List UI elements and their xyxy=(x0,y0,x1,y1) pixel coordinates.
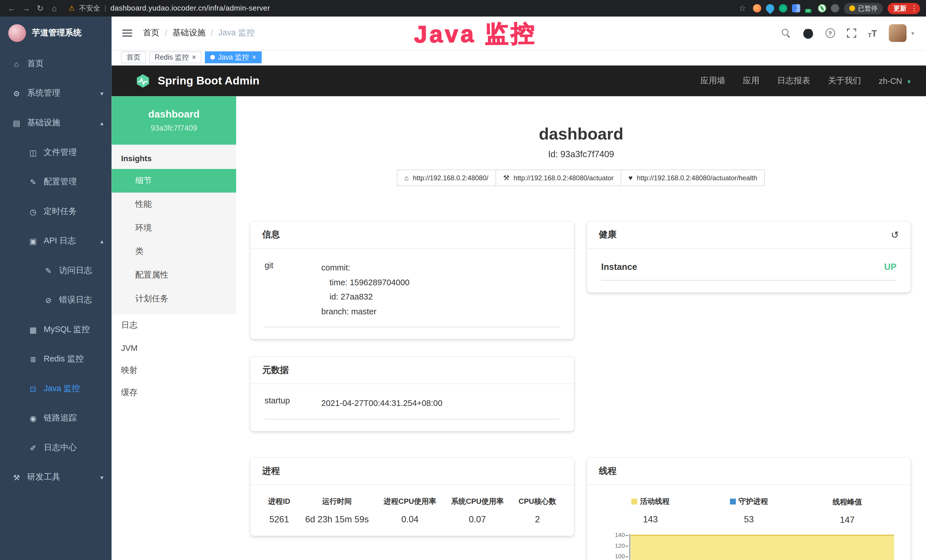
breadcrumb: 首页 / 基础设施 / Java 监控 xyxy=(143,28,255,38)
sidebar-item-infrastructure[interactable]: ▤ 基础设施 ▴ xyxy=(0,108,112,138)
chevron-down-icon: ▾ xyxy=(908,78,911,85)
forward-icon[interactable]: → xyxy=(20,3,32,13)
sidebar-item-java-monitor[interactable]: ⊡ Java 监控 xyxy=(0,374,112,404)
paused-badge[interactable]: 已暂停 xyxy=(844,3,883,14)
system-cpu: 系统CPU使用率 0.07 xyxy=(451,496,504,524)
sba-item-performance[interactable]: 性能 xyxy=(112,192,236,216)
health-url-link[interactable]: ♥ http://192.168.0.2:48080/actuator/heal… xyxy=(621,170,765,186)
url-text[interactable]: dashboard.yudao.iocoder.cn/infra/admin-s… xyxy=(110,4,270,12)
security-label[interactable]: 不安全 xyxy=(79,3,100,13)
search-icon[interactable] xyxy=(782,29,791,37)
extension-fox-icon[interactable] xyxy=(753,4,761,12)
sidebar-item-dev-tools[interactable]: ⚒ 研发工具 ▾ xyxy=(0,462,112,492)
blue-swatch-icon xyxy=(729,499,735,505)
history-icon[interactable]: ↺ xyxy=(891,229,899,240)
extension-dark-icon[interactable] xyxy=(831,4,839,12)
stat-value: 5261 xyxy=(268,514,291,524)
tab-label: Java 监控 xyxy=(218,52,249,62)
chevron-down-icon[interactable]: ▾ xyxy=(911,30,914,36)
sidebar-item-error-logs[interactable]: ⊘ 错误日志 xyxy=(0,285,112,315)
sidebar-item-config-management[interactable]: ✎ 配置管理 xyxy=(0,167,112,197)
font-size-icon[interactable]: T T xyxy=(868,28,877,38)
extension-on-badge-icon[interactable] xyxy=(805,4,813,12)
fullscreen-icon[interactable] xyxy=(847,28,856,38)
tab-redis-monitor[interactable]: Redis 监控 × xyxy=(150,51,201,63)
sidebar-item-log-center[interactable]: ✐ 日志中心 xyxy=(0,433,112,463)
extension-leaf-icon[interactable] xyxy=(818,4,826,12)
close-icon[interactable]: × xyxy=(252,54,256,61)
sidebar-item-label: 定时任务 xyxy=(44,206,77,217)
sidebar-item-label: 链路追踪 xyxy=(44,413,77,423)
back-icon[interactable]: ← xyxy=(6,3,18,13)
tab-java-monitor[interactable]: Java 监控 × xyxy=(205,51,262,63)
sidebar-item-label: 日志中心 xyxy=(44,442,77,453)
extension-drop-icon[interactable] xyxy=(764,2,776,14)
address-bar[interactable]: ⚠ 不安全 | dashboard.yudao.iocoder.cn/infra… xyxy=(68,3,734,13)
sba-item-details[interactable]: 细节 xyxy=(112,169,236,192)
sidebar-item-redis-monitor[interactable]: ≣ Redis 监控 xyxy=(0,344,112,374)
sidebar-item-system-management[interactable]: ⚙ 系统管理 ▾ xyxy=(0,79,112,108)
sba-brand[interactable]: Spring Boot Admin xyxy=(135,73,260,89)
sba-item-scheduled-tasks[interactable]: 计划任务 xyxy=(112,287,236,311)
sba-item-classes[interactable]: 类 xyxy=(112,240,236,263)
sidebar-item-scheduled-tasks[interactable]: ◷ 定时任务 xyxy=(0,197,112,227)
sba-item-mappings[interactable]: 映射 xyxy=(112,359,236,382)
sidebar-item-label: 错误日志 xyxy=(59,295,92,305)
sidebar-item-access-logs[interactable]: ✎ 访问日志 xyxy=(0,256,112,286)
sba-item-jvm[interactable]: JVM xyxy=(112,337,236,359)
sba-locale-select[interactable]: zh-CN ▾ xyxy=(879,76,911,86)
sba-locale-label: zh-CN xyxy=(879,76,902,86)
sba-item-config-properties[interactable]: 配置属性 xyxy=(112,263,236,287)
edit-icon: ✎ xyxy=(28,177,38,186)
close-icon[interactable]: × xyxy=(192,54,196,61)
sba-nav-applications[interactable]: 应用 xyxy=(743,76,760,86)
sidebar-item-file-management[interactable]: ◫ 文件管理 xyxy=(0,138,112,167)
insights-group: Insights 细节 性能 环境 类 配置属性 计划任务 xyxy=(112,145,236,314)
update-button[interactable]: 更新 ⋮ xyxy=(888,3,920,14)
extension-green-icon[interactable] xyxy=(779,4,787,12)
stat-label: 系统CPU使用率 xyxy=(451,496,504,507)
url-divider: | xyxy=(104,4,106,12)
help-icon[interactable]: ? xyxy=(825,28,835,38)
sidebar-item-api-logs[interactable]: ▣ API 日志 ▴ xyxy=(0,226,112,256)
sidebar-item-mysql-monitor[interactable]: ▦ MySQL 监控 xyxy=(0,315,112,345)
app-logo[interactable]: 芋道管理系统 xyxy=(0,17,112,49)
hamburger-icon[interactable] xyxy=(123,30,132,37)
bookmark-star-icon[interactable]: ☆ xyxy=(736,3,748,13)
sba-item-caches[interactable]: 缓存 xyxy=(112,382,236,404)
legend-peak-threads: 线程峰值 147 xyxy=(798,496,896,524)
sba-nav-journal[interactable]: 日志报表 xyxy=(777,76,810,86)
actuator-url-link[interactable]: ⚒ http://192.168.0.2:48080/actuator xyxy=(495,170,622,186)
breadcrumb-separator: / xyxy=(165,28,167,38)
reload-icon[interactable]: ↻ xyxy=(34,3,46,13)
sba-nav-about[interactable]: 关于我们 xyxy=(828,76,861,86)
instance-header[interactable]: dashboard 93a3fc7f7409 xyxy=(112,97,236,145)
sidebar-item-home[interactable]: ⌂ 首页 xyxy=(0,49,112,79)
topbar-actions: ? T T ▾ xyxy=(782,24,914,42)
breadcrumb-infrastructure[interactable]: 基础设施 xyxy=(172,28,205,38)
instance-id: 93a3fc7f7409 xyxy=(151,124,197,132)
spring-boot-admin: Spring Boot Admin 应用墙 应用 日志报表 关于我们 zh-CN… xyxy=(112,66,926,560)
spring-boot-admin-logo xyxy=(135,73,151,89)
card-title: 元数据 xyxy=(262,365,289,376)
process-card: 进程 进程ID 5261 xyxy=(250,458,574,536)
github-icon[interactable] xyxy=(802,27,814,38)
sba-nav-wall[interactable]: 应用墙 xyxy=(701,76,725,86)
user-avatar[interactable] xyxy=(889,24,906,42)
sidebar-item-link-tracing[interactable]: ◉ 链路追踪 xyxy=(0,403,112,433)
tab-home[interactable]: 首页 xyxy=(121,51,146,63)
font-size-small: T xyxy=(868,32,872,38)
git-commit-time: time: 1596289704000 xyxy=(321,275,560,289)
extension-grid-icon[interactable] xyxy=(792,4,800,12)
breadcrumb-home[interactable]: 首页 xyxy=(143,28,159,38)
health-instance-row[interactable]: Instance UP xyxy=(601,260,896,280)
browser-menu-icon[interactable]: ⋮ xyxy=(911,4,918,12)
card-title: 信息 xyxy=(262,229,280,240)
sba-item-logs[interactable]: 日志 xyxy=(112,314,236,337)
sidebar-item-label: 系统管理 xyxy=(27,88,60,99)
sba-item-environment[interactable]: 环境 xyxy=(112,216,236,240)
base-url-link[interactable]: ⌂ http://192.168.0.2:48080/ xyxy=(397,170,496,186)
startup-row: startup 2021-04-27T00:44:31.254+08:00 xyxy=(265,396,560,419)
home-icon[interactable]: ⌂ xyxy=(48,3,60,13)
clock-icon: ◷ xyxy=(28,207,38,216)
